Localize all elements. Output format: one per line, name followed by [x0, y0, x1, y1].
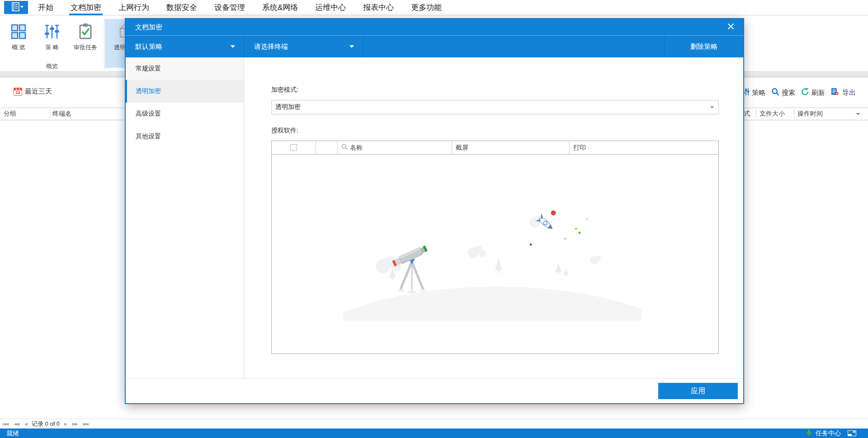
close-button[interactable] [726, 23, 735, 32]
ribbon-button-label: 审批任务 [74, 43, 97, 52]
task-center-button[interactable]: 任务中心 [816, 429, 841, 438]
record-count-label: 记录 0 of 0 [32, 420, 60, 428]
sidebar-item-advanced-settings[interactable]: 高级设置 [126, 103, 244, 125]
empty-state-illustration [343, 203, 642, 322]
dialog-footer: 应用 [126, 379, 743, 403]
menu-bar: 开始 文档加密 上网行为 数据安全 设备管理 系统&网络 运维中心 报表中心 更… [0, 0, 868, 15]
menu-item-web-behavior[interactable]: 上网行为 [118, 0, 149, 15]
ribbon-button-approval[interactable]: 审批任务 [71, 19, 100, 68]
task-window-icon[interactable] [848, 430, 856, 436]
dialog-content: 加密模式: 透明加密 授权软件: [244, 57, 743, 378]
sidebar-item-other-settings[interactable]: 其他设置 [126, 125, 244, 148]
search-tool-button[interactable]: 搜索 [771, 88, 795, 98]
first-page-icon[interactable]: |◀◀ [2, 422, 8, 426]
column-picker-caret-icon[interactable] [856, 113, 860, 115]
dialog-toolbar: 默认策略 请选择终端 删除策略 [126, 35, 743, 57]
menu-item-report-center[interactable]: 报表中心 [363, 0, 394, 15]
authorized-software-table: 名称 截屏 打印 [271, 141, 719, 354]
select-all-checkbox[interactable] [290, 144, 297, 151]
doc-encryption-dialog: 文档加密 默认策略 请选择终端 删除策略 常规设置 透明加密 [125, 18, 744, 404]
column-divider [794, 110, 794, 118]
menu-item-data-security[interactable]: 数据安全 [166, 0, 197, 15]
close-icon [727, 23, 734, 32]
calendar-icon: 23 [14, 88, 22, 96]
menu-item-device-mgmt[interactable]: 设备管理 [214, 0, 245, 15]
chevron-down-icon [349, 45, 354, 48]
column-partial[interactable]: 式 [744, 108, 750, 120]
name-column-header[interactable]: 名称 [337, 141, 452, 154]
column-group[interactable]: 分组 [4, 108, 16, 120]
app-menu-icon [9, 2, 24, 14]
next-group-icon[interactable]: ▶▶ [72, 422, 78, 426]
column-operation-time[interactable]: 操作时间 [797, 108, 823, 120]
date-filter-label: 最近三天 [25, 87, 52, 96]
status-text: 就绪 [6, 429, 19, 438]
policy-sliders-icon [44, 19, 60, 40]
encryption-mode-select[interactable]: 透明加密 [271, 100, 719, 114]
ribbon-group-divider [104, 17, 104, 70]
apply-button[interactable]: 应用 [658, 383, 738, 399]
dialog-title: 文档加密 [135, 23, 162, 32]
column-divider [50, 110, 50, 118]
search-icon [341, 144, 348, 151]
status-bar: 就绪 任务中心 [0, 429, 868, 438]
ribbon-button-label: 概 览 [12, 43, 25, 52]
sidebar-item-general-settings[interactable]: 常规设置 [126, 57, 244, 80]
column-terminal-name[interactable]: 终端名 [52, 108, 71, 120]
date-filter-button[interactable]: 23 最近三天 [14, 87, 52, 96]
ribbon-group-label: 概览 [0, 62, 104, 71]
screenshot-column-header[interactable]: 截屏 [452, 141, 569, 154]
terminal-select-dropdown[interactable]: 请选择终端 [245, 36, 363, 57]
authorized-software-label: 授权软件: [271, 127, 719, 135]
dialog-body: 常规设置 透明加密 高级设置 其他设置 加密模式: 透明加密 授权软件: [126, 57, 743, 379]
policy-select-dropdown[interactable]: 默认策略 [126, 36, 244, 57]
dialog-title-bar: 文档加密 [126, 19, 743, 35]
policy-tool-button[interactable]: 策略 [742, 88, 765, 98]
menu-item-doc-encryption[interactable]: 文档加密 [71, 0, 101, 15]
chevron-down-icon [231, 45, 235, 48]
refresh-icon [801, 88, 809, 98]
download-arrow-icon [806, 429, 812, 438]
ribbon-button-policy[interactable]: 策 略 [37, 19, 67, 68]
refresh-tool-button[interactable]: 刷新 [801, 88, 825, 98]
table-header: 名称 截屏 打印 [272, 141, 718, 155]
prev-page-icon[interactable]: ◀ [24, 422, 27, 426]
chevron-down-icon [710, 106, 714, 108]
ribbon-button-label: 策 略 [45, 43, 59, 52]
column-file-size[interactable]: 文件大小 [760, 108, 785, 120]
search-icon [771, 88, 779, 98]
menu-item-start[interactable]: 开始 [38, 0, 53, 15]
last-page-icon[interactable]: ▶▶| [83, 422, 89, 426]
main-menu: 开始 文档加密 上网行为 数据安全 设备管理 系统&网络 运维中心 报表中心 更… [38, 0, 442, 15]
table-empty-body [272, 155, 718, 353]
menu-item-more[interactable]: 更多功能 [411, 0, 442, 15]
pagination-bar: |◀◀ ◀◀ ◀ 记录 0 of 0 ▶ ▶▶ ▶▶| [0, 419, 868, 429]
encryption-mode-value: 透明加密 [275, 103, 301, 111]
encryption-mode-label: 加密模式: [271, 86, 719, 94]
approval-clipboard-icon [77, 19, 94, 40]
icon-column-header [316, 141, 337, 154]
sidebar-item-transparent-encryption[interactable]: 透明加密 [126, 80, 244, 103]
prev-group-icon[interactable]: ◀◀ [14, 422, 19, 426]
ribbon-button-overview[interactable]: 概 览 [4, 19, 33, 68]
menu-item-system-network[interactable]: 系统&网络 [262, 0, 298, 15]
overview-grid-icon [10, 19, 27, 40]
next-page-icon[interactable]: ▶ [64, 422, 67, 426]
app-menu-button[interactable] [4, 1, 28, 14]
workspace-toolbar: 策略 搜索 刷新 [742, 87, 856, 99]
export-tool-button[interactable]: 导出 [831, 88, 856, 98]
menu-item-ops-center[interactable]: 运维中心 [315, 0, 346, 15]
print-column-header[interactable]: 打印 [569, 141, 718, 154]
dialog-sidebar: 常规设置 透明加密 高级设置 其他设置 [126, 57, 244, 378]
delete-policy-button[interactable]: 删除策略 [665, 36, 743, 57]
column-divider [756, 110, 756, 118]
export-pdf-icon [831, 88, 840, 98]
